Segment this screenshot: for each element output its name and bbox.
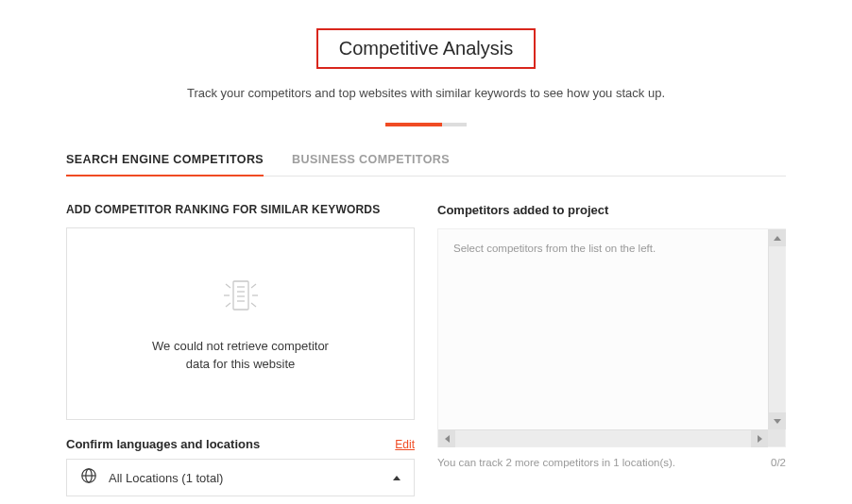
progress-fill <box>385 123 442 126</box>
page-title-highlight: Competitive Analysis <box>316 28 537 69</box>
competitors-placeholder: Select competitors from the list on the … <box>438 229 785 267</box>
competitors-added-heading: Competitors added to project <box>437 203 786 217</box>
page-title: Competitive Analysis <box>339 38 514 59</box>
svg-line-8 <box>251 284 256 288</box>
chevron-up-icon <box>393 476 400 480</box>
scroll-left-button[interactable] <box>438 430 455 447</box>
location-dropdown-label: All Locations (1 total) <box>109 471 223 485</box>
competitor-suggestions-panel: We could not retrieve competitor data fo… <box>66 227 415 420</box>
add-competitor-heading: ADD COMPETITOR RANKING FOR SIMILAR KEYWO… <box>66 203 415 216</box>
empty-line-2: data for this website <box>152 355 329 374</box>
tab-bar: SEARCH ENGINE COMPETITORS BUSINESS COMPE… <box>66 153 786 176</box>
empty-line-1: We could not retrieve competitor <box>152 337 329 356</box>
horizontal-scrollbar[interactable] <box>438 429 768 446</box>
globe-icon <box>80 467 97 488</box>
page-subtitle: Track your competitors and top websites … <box>66 86 786 100</box>
languages-locations-heading: Confirm languages and locations <box>66 437 260 451</box>
svg-line-9 <box>226 303 230 307</box>
svg-line-7 <box>226 284 230 288</box>
scroll-down-button[interactable] <box>769 412 786 429</box>
track-remaining-message: You can track 2 more competitors in 1 lo… <box>437 457 675 468</box>
competitors-added-panel: Select competitors from the list on the … <box>437 228 786 447</box>
svg-line-10 <box>251 303 256 307</box>
edit-locations-link[interactable]: Edit <box>395 438 415 451</box>
scroll-right-button[interactable] <box>751 430 768 447</box>
location-dropdown[interactable]: All Locations (1 total) <box>66 459 415 496</box>
document-placeholder-icon <box>213 275 268 320</box>
tab-business-competitors[interactable]: BUSINESS COMPETITORS <box>292 153 450 176</box>
svg-rect-0 <box>233 281 248 310</box>
scroll-up-button[interactable] <box>769 229 786 246</box>
competitor-counter: 0/2 <box>771 457 786 468</box>
tab-search-engine-competitors[interactable]: SEARCH ENGINE COMPETITORS <box>66 153 264 176</box>
vertical-scrollbar[interactable] <box>768 229 785 429</box>
scrollbar-corner <box>768 429 785 446</box>
empty-state-message: We could not retrieve competitor data fo… <box>152 337 329 374</box>
progress-bar <box>385 123 467 126</box>
